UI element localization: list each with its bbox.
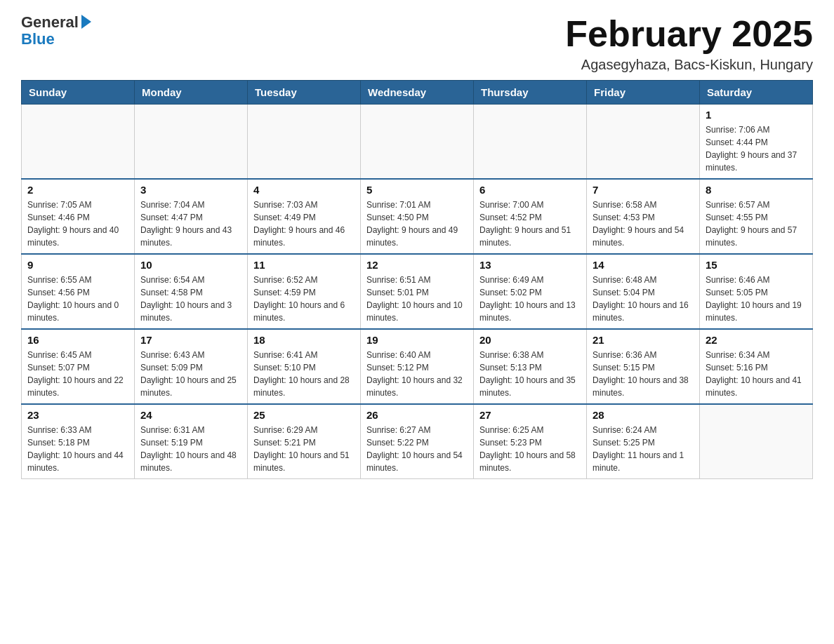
- day-info: Sunrise: 6:41 AMSunset: 5:10 PMDaylight:…: [253, 349, 355, 399]
- calendar-cell: 15Sunrise: 6:46 AMSunset: 5:05 PMDayligh…: [700, 254, 813, 329]
- calendar-cell: 23Sunrise: 6:33 AMSunset: 5:18 PMDayligh…: [22, 404, 135, 479]
- day-number: 3: [140, 184, 241, 196]
- logo-general-text: General: [21, 13, 79, 31]
- day-info: Sunrise: 6:48 AMSunset: 5:04 PMDaylight:…: [593, 274, 694, 324]
- calendar-cell: 14Sunrise: 6:48 AMSunset: 5:04 PMDayligh…: [587, 254, 700, 329]
- day-info: Sunrise: 7:04 AMSunset: 4:47 PMDaylight:…: [140, 199, 241, 249]
- calendar-cell: 4Sunrise: 7:03 AMSunset: 4:49 PMDaylight…: [248, 179, 361, 254]
- day-number: 19: [366, 334, 468, 346]
- header-saturday: Saturday: [700, 81, 813, 105]
- day-number: 20: [479, 334, 581, 346]
- calendar-week-row: 1Sunrise: 7:06 AMSunset: 4:44 PMDaylight…: [22, 105, 813, 180]
- day-number: 13: [479, 259, 581, 271]
- calendar-cell: 28Sunrise: 6:24 AMSunset: 5:25 PMDayligh…: [587, 404, 700, 479]
- logo-line1: General: [21, 14, 91, 31]
- calendar-cell: 27Sunrise: 6:25 AMSunset: 5:23 PMDayligh…: [474, 404, 587, 479]
- day-number: 1: [706, 109, 807, 121]
- calendar-cell: 19Sunrise: 6:40 AMSunset: 5:12 PMDayligh…: [361, 329, 474, 404]
- header-monday: Monday: [135, 81, 248, 105]
- calendar-week-row: 9Sunrise: 6:55 AMSunset: 4:56 PMDaylight…: [22, 254, 813, 329]
- title-section: February 2025 Agasegyhaza, Bacs-Kiskun, …: [565, 14, 813, 73]
- day-info: Sunrise: 6:33 AMSunset: 5:18 PMDaylight:…: [27, 424, 128, 474]
- day-number: 18: [253, 334, 355, 346]
- day-info: Sunrise: 6:58 AMSunset: 4:53 PMDaylight:…: [593, 199, 694, 249]
- calendar-cell: [135, 105, 248, 180]
- day-number: 22: [706, 334, 807, 346]
- calendar-cell: 1Sunrise: 7:06 AMSunset: 4:44 PMDaylight…: [700, 105, 813, 180]
- day-info: Sunrise: 6:54 AMSunset: 4:58 PMDaylight:…: [140, 274, 241, 324]
- calendar-cell: 9Sunrise: 6:55 AMSunset: 4:56 PMDaylight…: [22, 254, 135, 329]
- day-number: 17: [140, 334, 241, 346]
- calendar-cell: 17Sunrise: 6:43 AMSunset: 5:09 PMDayligh…: [135, 329, 248, 404]
- day-number: 15: [706, 259, 807, 271]
- calendar-cell: [474, 105, 587, 180]
- calendar-cell: 20Sunrise: 6:38 AMSunset: 5:13 PMDayligh…: [474, 329, 587, 404]
- header-wednesday: Wednesday: [361, 81, 474, 105]
- calendar-cell: 24Sunrise: 6:31 AMSunset: 5:19 PMDayligh…: [135, 404, 248, 479]
- calendar-cell: 11Sunrise: 6:52 AMSunset: 4:59 PMDayligh…: [248, 254, 361, 329]
- logo: General Blue: [21, 14, 91, 48]
- day-info: Sunrise: 6:36 AMSunset: 5:15 PMDaylight:…: [593, 349, 694, 399]
- header-sunday: Sunday: [22, 81, 135, 105]
- calendar-cell: [248, 105, 361, 180]
- calendar-cell: [361, 105, 474, 180]
- calendar-week-row: 23Sunrise: 6:33 AMSunset: 5:18 PMDayligh…: [22, 404, 813, 479]
- day-number: 28: [593, 409, 694, 421]
- day-number: 4: [253, 184, 355, 196]
- day-number: 23: [27, 409, 128, 421]
- page-header: General Blue February 2025 Agasegyhaza, …: [21, 14, 813, 73]
- day-info: Sunrise: 6:40 AMSunset: 5:12 PMDaylight:…: [366, 349, 468, 399]
- calendar-cell: 16Sunrise: 6:45 AMSunset: 5:07 PMDayligh…: [22, 329, 135, 404]
- day-number: 14: [593, 259, 694, 271]
- header-friday: Friday: [587, 81, 700, 105]
- day-info: Sunrise: 6:43 AMSunset: 5:09 PMDaylight:…: [140, 349, 241, 399]
- calendar-cell: 7Sunrise: 6:58 AMSunset: 4:53 PMDaylight…: [587, 179, 700, 254]
- day-info: Sunrise: 6:29 AMSunset: 5:21 PMDaylight:…: [253, 424, 355, 474]
- calendar-cell: 6Sunrise: 7:00 AMSunset: 4:52 PMDaylight…: [474, 179, 587, 254]
- day-info: Sunrise: 6:38 AMSunset: 5:13 PMDaylight:…: [479, 349, 581, 399]
- calendar-cell: [587, 105, 700, 180]
- day-number: 21: [593, 334, 694, 346]
- day-number: 24: [140, 409, 241, 421]
- calendar-cell: 5Sunrise: 7:01 AMSunset: 4:50 PMDaylight…: [361, 179, 474, 254]
- calendar-cell: 21Sunrise: 6:36 AMSunset: 5:15 PMDayligh…: [587, 329, 700, 404]
- day-info: Sunrise: 7:05 AMSunset: 4:46 PMDaylight:…: [27, 199, 128, 249]
- day-info: Sunrise: 6:25 AMSunset: 5:23 PMDaylight:…: [479, 424, 581, 474]
- calendar-header: Sunday Monday Tuesday Wednesday Thursday…: [22, 81, 813, 105]
- header-row: Sunday Monday Tuesday Wednesday Thursday…: [22, 81, 813, 105]
- calendar-cell: [22, 105, 135, 180]
- calendar-cell: 22Sunrise: 6:34 AMSunset: 5:16 PMDayligh…: [700, 329, 813, 404]
- day-info: Sunrise: 6:52 AMSunset: 4:59 PMDaylight:…: [253, 274, 355, 324]
- day-info: Sunrise: 6:49 AMSunset: 5:02 PMDaylight:…: [479, 274, 581, 324]
- calendar-cell: 8Sunrise: 6:57 AMSunset: 4:55 PMDaylight…: [700, 179, 813, 254]
- day-info: Sunrise: 6:31 AMSunset: 5:19 PMDaylight:…: [140, 424, 241, 474]
- day-info: Sunrise: 7:06 AMSunset: 4:44 PMDaylight:…: [706, 123, 807, 174]
- day-number: 5: [366, 184, 468, 196]
- calendar-cell: 26Sunrise: 6:27 AMSunset: 5:22 PMDayligh…: [361, 404, 474, 479]
- calendar-body: 1Sunrise: 7:06 AMSunset: 4:44 PMDaylight…: [22, 105, 813, 479]
- header-tuesday: Tuesday: [248, 81, 361, 105]
- day-info: Sunrise: 6:24 AMSunset: 5:25 PMDaylight:…: [593, 424, 694, 474]
- day-number: 7: [593, 184, 694, 196]
- day-number: 8: [706, 184, 807, 196]
- day-number: 12: [366, 259, 468, 271]
- logo-arrow-icon: [81, 15, 91, 29]
- header-thursday: Thursday: [474, 81, 587, 105]
- day-info: Sunrise: 7:01 AMSunset: 4:50 PMDaylight:…: [366, 199, 468, 249]
- calendar-cell: 13Sunrise: 6:49 AMSunset: 5:02 PMDayligh…: [474, 254, 587, 329]
- location: Agasegyhaza, Bacs-Kiskun, Hungary: [565, 57, 813, 73]
- day-number: 9: [27, 259, 128, 271]
- calendar-title: February 2025: [565, 14, 813, 54]
- day-info: Sunrise: 6:34 AMSunset: 5:16 PMDaylight:…: [706, 349, 807, 399]
- calendar-cell: [700, 404, 813, 479]
- calendar-cell: 18Sunrise: 6:41 AMSunset: 5:10 PMDayligh…: [248, 329, 361, 404]
- logo-blue-text: Blue: [21, 30, 55, 48]
- calendar-cell: 3Sunrise: 7:04 AMSunset: 4:47 PMDaylight…: [135, 179, 248, 254]
- day-number: 11: [253, 259, 355, 271]
- day-info: Sunrise: 6:57 AMSunset: 4:55 PMDaylight:…: [706, 199, 807, 249]
- day-info: Sunrise: 6:27 AMSunset: 5:22 PMDaylight:…: [366, 424, 468, 474]
- day-info: Sunrise: 7:00 AMSunset: 4:52 PMDaylight:…: [479, 199, 581, 249]
- day-number: 6: [479, 184, 581, 196]
- calendar-cell: 25Sunrise: 6:29 AMSunset: 5:21 PMDayligh…: [248, 404, 361, 479]
- day-info: Sunrise: 6:45 AMSunset: 5:07 PMDaylight:…: [27, 349, 128, 399]
